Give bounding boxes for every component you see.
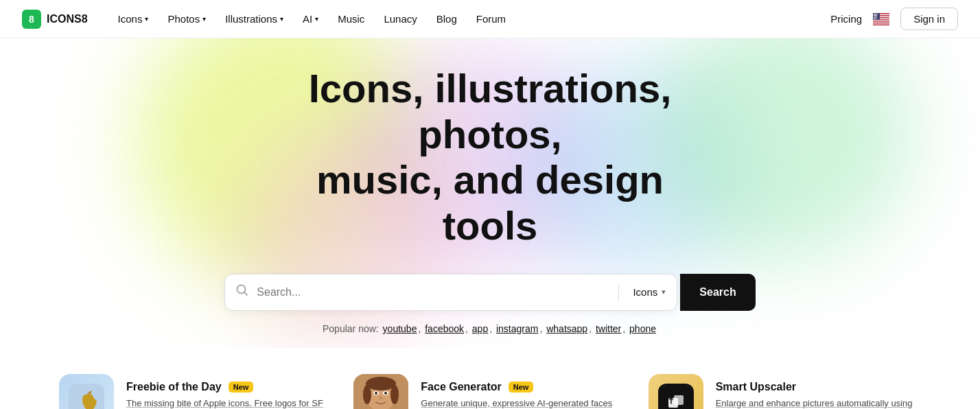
logo[interactable]: 8 ICONS8: [22, 10, 88, 29]
card-freebie-info: Freebie of the Day New The missing bite …: [126, 381, 326, 409]
nav-right: Pricing: [830, 8, 958, 30]
svg-point-33: [876, 17, 876, 18]
svg-point-48: [384, 392, 387, 395]
svg-rect-6: [873, 23, 889, 24]
svg-point-28: [875, 16, 876, 17]
svg-point-11: [876, 13, 876, 14]
svg-point-44: [390, 385, 399, 404]
card-face-title: Face Generator: [421, 381, 501, 393]
svg-point-25: [876, 16, 877, 16]
card-freebie[interactable]: Freebie of the Day New The missing bite …: [48, 362, 342, 409]
popular-phone[interactable]: phone: [629, 323, 656, 334]
nav-lunacy[interactable]: Lunacy: [375, 9, 425, 29]
search-category-dropdown[interactable]: Icons ▾: [622, 286, 677, 298]
nav-music[interactable]: Music: [329, 9, 373, 29]
svg-point-15: [876, 14, 876, 14]
svg-point-30: [877, 16, 878, 17]
svg-point-42: [366, 377, 396, 390]
card-freebie-badge: New: [229, 382, 254, 393]
search-button[interactable]: Search: [680, 274, 755, 311]
popular-youtube[interactable]: youtube: [383, 323, 417, 334]
card-upscaler-desc: Enlarge and enhance pictures automatical…: [716, 397, 915, 409]
svg-point-21: [877, 15, 878, 16]
svg-rect-5: [873, 21, 889, 22]
svg-point-9: [874, 13, 875, 14]
chevron-down-icon: ▾: [280, 15, 283, 23]
card-freebie-title: Freebie of the Day: [126, 381, 222, 393]
svg-point-47: [375, 392, 377, 395]
card-smart-upscaler[interactable]: Smart Upscaler Enlarge and enhance pictu…: [638, 362, 932, 409]
hero-section: Icons, illustrations, photos, music, and…: [0, 38, 980, 348]
popular-instagram[interactable]: instagram: [496, 323, 538, 334]
search-bar: Icons ▾: [224, 274, 677, 311]
svg-point-18: [874, 15, 875, 16]
popular-twitter[interactable]: twitter: [596, 323, 621, 334]
svg-rect-52: [674, 395, 684, 405]
nav-blog[interactable]: Blog: [428, 9, 465, 29]
search-icon: [225, 284, 257, 300]
svg-point-12: [877, 13, 878, 14]
pricing-link[interactable]: Pricing: [830, 13, 862, 25]
sign-in-button[interactable]: Sign in: [900, 8, 958, 30]
svg-point-26: [874, 16, 874, 17]
svg-point-8: [874, 13, 874, 14]
card-freebie-desc: The missing bite of Apple icons. Free lo…: [126, 397, 326, 409]
card-face-badge: New: [509, 382, 534, 393]
card-face-info: Face Generator New Generate unique, expr…: [421, 381, 620, 409]
card-face-generator[interactable]: Face Generator New Generate unique, expr…: [342, 362, 637, 409]
card-upscaler-thumbnail: [649, 374, 703, 409]
chevron-down-icon: ▾: [662, 288, 666, 296]
svg-point-36: [874, 18, 875, 19]
card-upscaler-title: Smart Upscaler: [716, 381, 796, 393]
popular-facebook[interactable]: facebook: [425, 323, 464, 334]
svg-point-14: [875, 14, 876, 14]
svg-point-43: [363, 385, 371, 404]
cards-section: Freebie of the Day New The missing bite …: [0, 348, 980, 409]
chevron-down-icon: ▾: [145, 15, 148, 23]
svg-point-27: [874, 16, 875, 17]
svg-point-17: [874, 15, 874, 16]
svg-point-10: [875, 13, 876, 14]
svg-point-20: [876, 15, 876, 16]
svg-point-37: [875, 18, 876, 19]
svg-point-31: [874, 17, 874, 18]
svg-point-49: [379, 397, 383, 399]
nav-icons[interactable]: Icons ▾: [110, 9, 157, 29]
search-divider: [618, 283, 619, 302]
card-face-thumbnail: [353, 374, 408, 409]
nav-ai[interactable]: AI ▾: [294, 9, 327, 29]
popular-app[interactable]: app: [472, 323, 488, 334]
brand-name: ICONS8: [47, 13, 88, 25]
chevron-down-icon: ▾: [315, 15, 318, 23]
card-face-desc: Generate unique, expressive AI-generated…: [421, 397, 620, 409]
svg-point-34: [876, 17, 877, 18]
hero-content: Icons, illustrations, photos, music, and…: [224, 66, 755, 334]
nav-links: Icons ▾ Photos ▾ Illustrations ▾ AI ▾ Mu…: [110, 9, 831, 29]
svg-point-35: [874, 18, 874, 19]
card-upscaler-info: Smart Upscaler Enlarge and enhance pictu…: [716, 381, 915, 409]
card-freebie-title-row: Freebie of the Day New: [126, 381, 326, 393]
svg-point-13: [874, 14, 874, 14]
logo-icon: 8: [22, 10, 41, 29]
upscaler-icon: [658, 384, 694, 409]
svg-point-32: [875, 17, 876, 18]
search-input[interactable]: [257, 286, 616, 299]
search-container: Icons ▾ Search: [224, 274, 755, 311]
svg-point-29: [876, 16, 876, 17]
nav-illustrations[interactable]: Illustrations ▾: [217, 9, 292, 29]
navbar: 8 ICONS8 Icons ▾ Photos ▾ Illustrations …: [0, 0, 980, 38]
nav-forum[interactable]: Forum: [468, 9, 514, 29]
svg-rect-4: [873, 19, 889, 20]
svg-point-24: [876, 16, 876, 16]
svg-point-22: [874, 16, 874, 16]
card-freebie-thumbnail: [59, 374, 114, 409]
language-flag-icon[interactable]: [873, 13, 889, 25]
card-upscaler-title-row: Smart Upscaler: [716, 381, 915, 393]
hero-title: Icons, illustrations, photos, music, and…: [284, 66, 696, 249]
svg-point-23: [875, 16, 876, 16]
nav-photos[interactable]: Photos ▾: [159, 9, 214, 29]
popular-whatsapp[interactable]: whatsapp: [546, 323, 587, 334]
svg-point-19: [875, 15, 876, 16]
card-face-title-row: Face Generator New: [421, 381, 620, 393]
chevron-down-icon: ▾: [202, 15, 206, 23]
